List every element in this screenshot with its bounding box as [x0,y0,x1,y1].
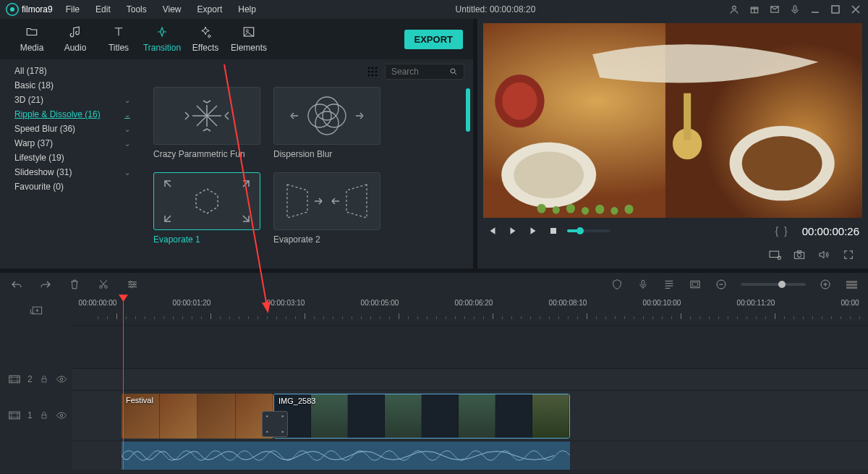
transition-chip[interactable] [262,411,288,437]
video-track-2[interactable] [72,368,868,390]
sidebar-item-basic[interactable]: Basic (18) [0,78,145,93]
audio-track[interactable] [72,441,868,470]
preview-panel: { } 00:00:00:26 [477,19,868,268]
transition-item[interactable]: Evaporate 2 [273,172,380,245]
markers-button[interactable]: { } [775,225,789,237]
tab-effects[interactable]: Effects [184,25,227,53]
scrollbar[interactable] [466,88,470,132]
tab-elements[interactable]: Elements [227,25,271,53]
sidebar-item-label: Favourite (0) [14,182,64,192]
sidebar-item-lifestyle[interactable]: Lifestyle (19) [0,151,145,165]
snapshot-icon[interactable] [793,248,806,261]
svg-rect-5 [793,6,796,11]
clip-festival[interactable]: Festival [122,394,273,439]
sidebar-item-3d[interactable]: 3D (21)⌄ [0,93,145,107]
stop-button[interactable] [547,224,560,237]
transitions-gallery: Crazy Parammetric Fun Dispersion Blur [145,59,473,268]
message-icon[interactable] [768,3,781,16]
trash-icon[interactable] [68,278,81,291]
minimize-icon[interactable] [809,3,822,16]
user-icon[interactable] [728,3,741,16]
svg-rect-33 [684,93,691,140]
maximize-icon[interactable] [829,3,842,16]
play-button[interactable] [527,224,540,237]
export-button[interactable]: EXPORT [404,30,463,49]
sidebar-item-speed-blur[interactable]: Speed Blur (36)⌄ [0,122,145,136]
adjust-icon[interactable] [126,278,139,291]
speaker-icon[interactable] [817,248,830,261]
lock-icon[interactable] [40,375,48,384]
svg-rect-61 [42,379,46,383]
tab-audio[interactable]: Audio [54,25,97,53]
svg-point-16 [372,75,374,77]
chevron-down-icon: ⌄ [124,96,130,104]
add-track-icon[interactable] [30,304,43,317]
chevron-down-icon: ⌄ [124,169,130,177]
eye-icon[interactable] [56,375,67,384]
menu-export[interactable]: Export [190,1,230,17]
ruler-tick: 00:00:10:00 [643,299,681,307]
menu-file[interactable]: File [59,1,87,17]
grid-view-icon[interactable] [367,67,378,77]
tab-titles-label: Titles [109,43,129,53]
zoom-slider[interactable] [741,283,806,286]
clip-img2583[interactable]: IMG_2583 [273,394,570,439]
search-input[interactable] [391,67,446,77]
volume-slider[interactable] [567,229,610,232]
lock-icon[interactable] [40,411,48,420]
track-number: 2 [27,374,33,384]
sidebar-item-label: 3D (21) [14,95,43,105]
ruler-tick: 00:00 [841,299,859,307]
sidebar-item-slideshow[interactable]: Slideshow (31)⌄ [0,165,145,179]
play-left-button[interactable] [506,224,519,237]
cut-icon[interactable] [97,278,110,291]
close-icon[interactable] [849,3,862,16]
menubar-items: File Edit Tools View Export Help [59,1,263,17]
zoom-in-icon[interactable] [819,278,832,291]
svg-rect-55 [691,281,699,287]
menu-view[interactable]: View [156,1,189,17]
sidebar-item-all[interactable]: All (178) [0,64,145,78]
quality-icon[interactable] [768,248,781,261]
prev-frame-button[interactable] [486,224,499,237]
record-mic-icon[interactable] [637,278,650,291]
playhead[interactable] [123,296,124,470]
timeline-ruler[interactable]: 00:00:00:00 00:00:01:20 00:00:03:10 00:0… [72,296,868,325]
zoom-out-icon[interactable] [715,278,728,291]
mic-icon[interactable] [788,3,801,16]
sidebar-item-ripple-dissolve[interactable]: Ripple & Dissolve (16)⌄ [0,107,145,122]
menu-tools[interactable]: Tools [119,1,154,17]
transition-label: Dispersion Blur [273,149,380,159]
svg-marker-24 [287,185,307,218]
undo-icon[interactable] [10,278,23,291]
fit-icon[interactable] [845,278,858,291]
svg-point-38 [595,205,604,214]
gift-icon[interactable] [748,3,761,16]
sidebar-item-favourite[interactable]: Favourite (0) [0,179,145,194]
eye-icon[interactable] [56,411,67,420]
shield-icon[interactable] [610,278,624,291]
fullscreen-icon[interactable] [842,248,855,261]
preview-image [483,23,862,218]
app-logo: filmora9 [0,3,59,16]
search-box[interactable] [385,64,464,80]
transition-item[interactable]: Dispersion Blur [273,87,380,159]
mixer-icon[interactable] [663,278,676,291]
svg-point-34 [537,204,546,213]
svg-point-21 [315,97,339,120]
chevron-down-icon: ⌄ [124,140,130,148]
menu-help[interactable]: Help [231,1,263,17]
frame-icon[interactable] [689,278,702,291]
clip-label: Festival [126,396,153,405]
tab-transition[interactable]: Transition [140,25,184,53]
sidebar-item-warp[interactable]: Warp (37)⌄ [0,136,145,151]
redo-icon[interactable] [39,278,52,291]
svg-point-29 [514,152,584,199]
menu-edit[interactable]: Edit [88,1,118,17]
tab-elements-label: Elements [231,43,267,53]
audio-clip[interactable] [122,441,570,470]
tab-titles[interactable]: Titles [97,25,140,53]
video-track-1[interactable]: Festival IMG_2583 [72,390,868,441]
ruler-tick: 00:00:00:00 [79,299,117,307]
tab-media[interactable]: Media [10,25,54,53]
